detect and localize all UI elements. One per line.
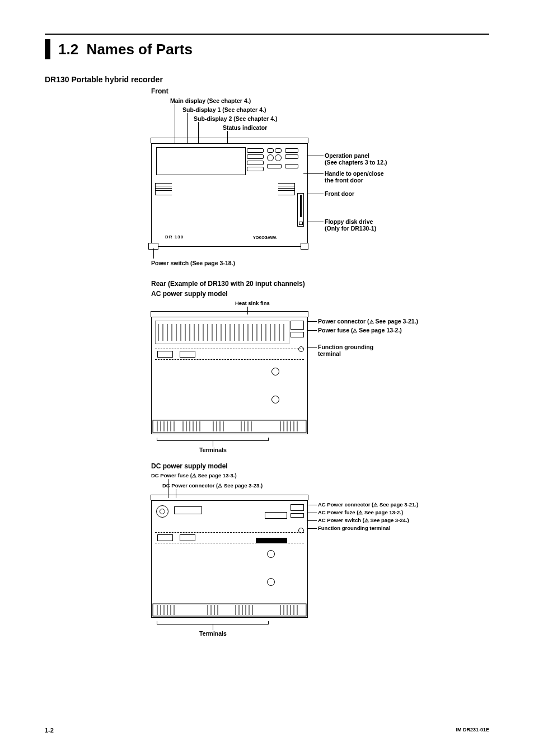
label-floppy: Floppy disk drive (Only for DR130-1)	[325, 218, 376, 232]
ac-fuze-icon	[291, 513, 304, 518]
label-operation-panel: Operation panel (See chapters 3 to 12.)	[325, 152, 387, 166]
front-heading: Front	[151, 87, 489, 95]
power-connector-icon	[291, 321, 304, 330]
label-func-ground-dc: Function grounding terminal	[318, 525, 390, 531]
dc-connector-icon	[156, 505, 168, 518]
rear-top-edge	[151, 311, 308, 317]
device-rear-ac	[151, 317, 308, 434]
label-sub-display-1: Sub-display 1 (See chapter 4.)	[182, 106, 266, 113]
label-function-ground: Function grounding terminal	[318, 344, 373, 357]
title-accent-bar	[45, 39, 50, 59]
label-front-door: Front door	[325, 190, 354, 197]
handle-left	[155, 183, 172, 195]
label-terminals-ac: Terminals	[199, 447, 227, 453]
page-footer: 1-2 IM DR231-01E	[45, 727, 489, 734]
svg-rect-30	[153, 420, 306, 433]
device-model-label: DR 130	[165, 234, 184, 240]
warning-icon: ⚠	[364, 518, 369, 523]
label-power-fuse: Power fuse (⚠ See page 13-2.)	[318, 327, 402, 334]
label-ac-connector: AC Power connector (⚠ See page 3-21.)	[318, 501, 418, 508]
document-id: IM DR231-01E	[456, 727, 489, 734]
label-terminals-dc: Terminals	[199, 630, 227, 637]
label-main-display: Main display (See chapter 4.)	[170, 97, 251, 104]
label-power-connector: Power connector (⚠ See page 3-21.)	[318, 318, 418, 325]
warning-icon: ⚠	[369, 319, 374, 325]
svg-rect-57	[153, 604, 306, 616]
floppy-slot	[297, 193, 304, 227]
power-fuse-icon	[291, 332, 304, 337]
svg-rect-0	[155, 321, 289, 344]
ac-heading: AC power supply model	[151, 290, 489, 298]
device-heading: DR130 Portable hybrid recorder	[45, 75, 489, 84]
dc-heading: DC power supply model	[151, 462, 489, 470]
label-status-indicator: Status indicator	[223, 124, 267, 131]
operation-panel	[247, 148, 303, 175]
warning-icon: ⚠	[192, 473, 196, 478]
section-header: 1.2 Names of Parts	[45, 34, 489, 59]
label-dc-power-connector: DC Power connector (⚠ See page 3-23.)	[162, 482, 263, 489]
label-heat-sink: Heat sink fins	[235, 300, 270, 306]
label-ac-fuze: AC Power fuze (⚠ See page 13-2.)	[318, 509, 403, 515]
page-number: 1-2	[45, 727, 54, 734]
ac-switch-icon	[265, 512, 287, 519]
label-power-switch: Power switch (See page 3-18.)	[151, 260, 235, 266]
label-sub-display-2: Sub-display 2 (See chapter 4.)	[194, 115, 277, 122]
handle-right	[278, 183, 295, 195]
brand-label: YOKOGAWA	[253, 236, 277, 240]
device-top-edge	[151, 138, 308, 143]
ac-connector-icon	[291, 504, 304, 511]
rear-dc-top-edge	[151, 495, 308, 500]
device-front-view: DR 130 YOKOGAWA	[151, 143, 308, 247]
label-dc-power-fuse: DC Power fuse (⚠ See page 13-3.)	[151, 472, 237, 478]
label-ac-switch: AC Power switch (⚠ See page 3-24.)	[318, 517, 409, 523]
rear-heading: Rear (Example of DR130 with 20 input cha…	[151, 280, 489, 288]
device-rear-dc	[151, 500, 308, 618]
section-title: 1.2 Names of Parts	[58, 41, 193, 58]
label-handle: Handle to open/close the front door	[325, 170, 384, 184]
